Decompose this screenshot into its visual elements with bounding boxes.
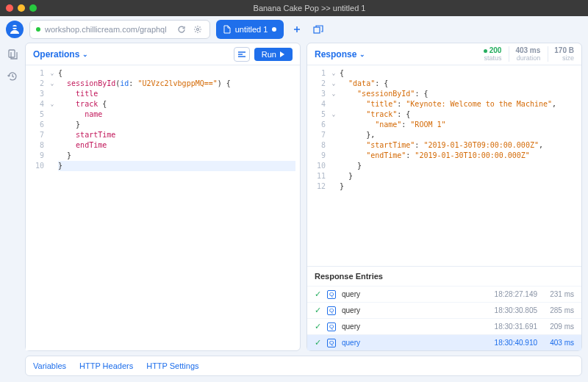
bottom-tab[interactable]: Variables — [33, 361, 66, 370]
app-logo-icon — [6, 21, 24, 38]
operations-title[interactable]: Operations ⌄ — [33, 49, 88, 60]
response-header: Response ⌄ 200status 403 msduration 170 … — [307, 43, 581, 65]
stat-size: 170 Bsize — [548, 46, 574, 62]
stat-duration: 403 msduration — [509, 46, 540, 62]
stat-status: 200status — [478, 46, 502, 62]
query-type-badge: Q — [327, 322, 336, 331]
copy-icon[interactable] — [7, 48, 18, 60]
success-check-icon: ✓ — [315, 322, 321, 331]
bottom-tabs: VariablesHTTP HeadersHTTP Settings — [25, 356, 582, 376]
minimize-window-button[interactable] — [18, 4, 25, 12]
settings-gear-icon[interactable] — [192, 24, 204, 35]
line-gutter: 123456789101112 — [307, 65, 329, 266]
entry-time: 18:30:30.805 — [484, 306, 537, 314]
titlebar: Banana Cake Pop >> untitled 1 — [0, 0, 588, 16]
operations-editor[interactable]: 12345678910 ⌄⌄⌄ { sessionById(id: "U2Vzc… — [26, 65, 300, 350]
line-gutter: 12345678910 — [26, 65, 48, 350]
entry-duration: 231 ms — [543, 290, 574, 298]
chevron-down-icon: ⌄ — [359, 51, 365, 58]
operations-panel: Operations ⌄ Run 12345678910 ⌄⌄⌄ { sessi… — [25, 43, 301, 351]
code-area: { "data": { "sessionById": { "title": "K… — [338, 65, 581, 266]
content: Operations ⌄ Run 12345678910 ⌄⌄⌄ { sessi… — [25, 43, 588, 382]
svg-point-2 — [196, 29, 198, 31]
response-entries-title: Response Entries — [307, 267, 581, 286]
format-button[interactable] — [234, 47, 250, 62]
new-window-button[interactable] — [310, 22, 326, 37]
new-tab-button[interactable] — [290, 22, 304, 37]
entry-duration: 209 ms — [543, 322, 574, 331]
svg-rect-1 — [11, 26, 18, 28]
response-entry-row[interactable]: ✓Qquery18:30:30.805285 ms — [307, 302, 581, 318]
siderail — [0, 43, 25, 382]
close-window-button[interactable] — [6, 4, 13, 12]
query-type-badge: Q — [327, 290, 336, 299]
success-check-icon: ✓ — [315, 306, 321, 315]
response-entry-row[interactable]: ✓Qquery18:28:27.149231 ms — [307, 286, 581, 302]
entry-duration: 403 ms — [543, 339, 574, 347]
fold-gutter: ⌄⌄⌄ — [48, 65, 57, 350]
connection-status-icon — [36, 27, 40, 32]
tab-modified-indicator-icon — [272, 27, 276, 32]
tab-label: untitled 1 — [235, 25, 268, 34]
entry-time: 18:30:40.910 — [484, 339, 537, 347]
entry-label: query — [342, 290, 478, 298]
response-entries: Response Entries ✓Qquery18:28:27.149231 … — [307, 266, 581, 350]
chevron-down-icon: ⌄ — [82, 51, 88, 58]
response-editor[interactable]: 123456789101112 ⌄⌄⌄⌄ { "data": { "sessio… — [307, 65, 581, 266]
entry-time: 18:28:27.149 — [484, 290, 537, 298]
operations-header: Operations ⌄ Run — [26, 43, 300, 65]
svg-rect-4 — [9, 50, 15, 57]
response-entry-row[interactable]: ✓Qquery18:30:31.691209 ms — [307, 318, 581, 334]
svg-rect-3 — [314, 27, 320, 33]
run-button[interactable]: Run — [254, 48, 293, 61]
document-tab[interactable]: untitled 1 — [216, 20, 284, 39]
bottom-tab[interactable]: HTTP Settings — [146, 361, 198, 370]
fold-gutter: ⌄⌄⌄⌄ — [329, 65, 338, 266]
maximize-window-button[interactable] — [29, 4, 37, 12]
panels: Operations ⌄ Run 12345678910 ⌄⌄⌄ { sessi… — [25, 43, 582, 351]
response-entry-row[interactable]: ✓Qquery18:30:40.910403 ms — [307, 334, 581, 350]
document-icon — [223, 25, 231, 34]
response-title[interactable]: Response ⌄ — [315, 49, 365, 60]
url-text: workshop.chillicream.com/graphql — [45, 25, 167, 34]
query-type-badge: Q — [327, 339, 336, 347]
history-icon[interactable] — [7, 71, 18, 82]
url-input[interactable]: workshop.chillicream.com/graphql — [29, 20, 210, 39]
window-title: Banana Cake Pop >> untitled 1 — [37, 4, 582, 12]
entry-duration: 285 ms — [543, 306, 574, 314]
traffic-lights — [6, 4, 37, 12]
entry-label: query — [342, 322, 478, 331]
code-area[interactable]: { sessionById(id: "U2Vzc2lvbgppMQ==") { … — [57, 65, 300, 350]
response-stats: 200status 403 msduration 170 Bsize — [478, 46, 574, 62]
success-check-icon: ✓ — [315, 289, 321, 299]
entry-time: 18:30:31.691 — [484, 322, 537, 331]
entry-label: query — [342, 339, 478, 347]
bottom-tab[interactable]: HTTP Headers — [79, 361, 133, 370]
main: Operations ⌄ Run 12345678910 ⌄⌄⌄ { sessi… — [0, 43, 588, 382]
entry-label: query — [342, 306, 478, 314]
topbar: workshop.chillicream.com/graphql untitle… — [0, 16, 588, 43]
query-type-badge: Q — [327, 306, 336, 315]
play-icon — [279, 51, 285, 57]
response-panel: Response ⌄ 200status 403 msduration 170 … — [306, 43, 582, 351]
reload-icon[interactable] — [176, 24, 187, 35]
success-check-icon: ✓ — [315, 338, 321, 347]
